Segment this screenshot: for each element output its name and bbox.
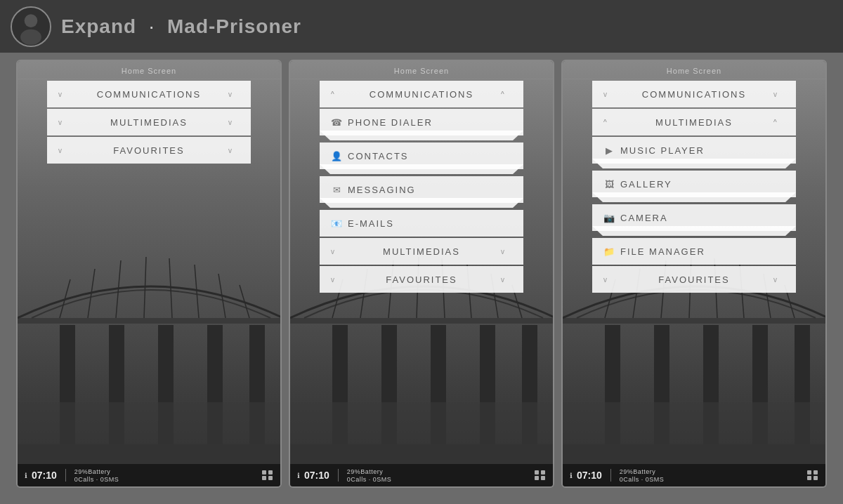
- chevron-right: v: [773, 91, 785, 98]
- phone-icon: ☎: [329, 117, 344, 128]
- chevron-left: v: [58, 147, 70, 154]
- home-label-1: Home Screen: [18, 67, 280, 79]
- chevron-left: v: [58, 91, 70, 98]
- status-extra: 0Calls · 0SMS: [620, 476, 665, 483]
- svg-marker-35: [320, 131, 523, 140]
- status-battery: 29%Battery: [347, 468, 392, 475]
- status-extra: 0Calls · 0SMS: [74, 476, 119, 483]
- menu-label: Camera: [616, 213, 785, 223]
- svg-rect-52: [563, 402, 827, 444]
- menu-label: Communications: [342, 89, 501, 100]
- avatar: [11, 6, 51, 47]
- menu-panel-1: v Communications v v MultiMedias v v Fav…: [47, 81, 251, 164]
- menu-item-favourites-1[interactable]: v Favourites v: [47, 137, 251, 164]
- menu-item-communications-3[interactable]: v Communications v: [592, 81, 796, 107]
- chevron-left: ^: [331, 91, 342, 98]
- svg-rect-20: [290, 318, 554, 324]
- menu-panel-3: v Communications v ^ MultiMedias ^ ▶ Mus…: [592, 81, 796, 293]
- chevron-right: v: [228, 91, 240, 98]
- menu-item-communications-1[interactable]: v Communications v: [47, 81, 251, 107]
- email-icon: 📧: [329, 218, 344, 229]
- svg-rect-38: [563, 318, 827, 324]
- menu-item-emails[interactable]: 📧 E-Mails: [320, 210, 523, 237]
- messaging-icon: ✉: [329, 185, 344, 195]
- phone-frame-2: Home Screen ^ Communications ^ ☎ Phone D…: [289, 60, 554, 488]
- status-time: 07:10: [577, 470, 602, 481]
- status-grid: [535, 470, 546, 480]
- app-name: Expand: [61, 15, 136, 37]
- status-battery: 29%Battery: [74, 468, 119, 475]
- menu-label: E-Mails: [344, 218, 512, 229]
- svg-marker-36: [320, 164, 523, 174]
- menu-label: Messaging: [344, 185, 512, 195]
- status-grid: [807, 470, 818, 480]
- folder-icon: 📁: [602, 246, 616, 257]
- status-extra: 0Calls · 0SMS: [347, 476, 392, 483]
- status-grid: [262, 470, 273, 480]
- home-label-2: Home Screen: [290, 67, 553, 79]
- svg-marker-37: [320, 198, 523, 208]
- chevron-left: v: [331, 276, 342, 284]
- menu-label: Phone Dialer: [344, 117, 512, 128]
- svg-rect-3: [12, 8, 50, 46]
- music-icon: ▶: [602, 145, 616, 156]
- menu-item-multimedias-1[interactable]: v MultiMedias v: [47, 109, 251, 135]
- status-bar-2: ℹ 07:10 29%Battery 0Calls · 0SMS: [290, 464, 553, 486]
- status-bar-3: ℹ 07:10 29%Battery 0Calls · 0SMS: [563, 464, 825, 486]
- menu-item-favourites-3[interactable]: v Favourites v: [592, 266, 796, 293]
- menu-item-communications-2[interactable]: ^ Communications ^: [320, 81, 523, 107]
- chevron-right: v: [501, 276, 512, 284]
- header: Expand · Mad-Prisoner: [0, 0, 843, 53]
- svg-marker-53: [592, 159, 796, 168]
- menu-item-favourites-2[interactable]: v Favourites v: [320, 266, 523, 293]
- app-subtitle: Mad-Prisoner: [167, 15, 301, 37]
- camera-icon: 📷: [602, 213, 616, 223]
- menu-label: Gallery: [616, 179, 785, 190]
- contacts-icon: 👤: [329, 151, 344, 161]
- chevron-left: v: [331, 248, 342, 256]
- menu-label: Communications: [615, 89, 773, 100]
- phone-frame-1: Home Screen v Communications v v MultiMe…: [16, 60, 282, 488]
- chevron-right: ^: [501, 91, 512, 98]
- chevron-right: v: [228, 147, 240, 154]
- chevron-left: ^: [603, 119, 615, 126]
- gallery-icon: 🖼: [602, 179, 616, 190]
- status-battery: 29%Battery: [620, 468, 665, 475]
- menu-panel-2: ^ Communications ^ ☎ Phone Dialer 👤: [320, 81, 523, 293]
- svg-marker-54: [592, 192, 796, 202]
- phone-frame-3: Home Screen v Communications v ^ MultiMe…: [561, 60, 827, 488]
- menu-label: Communications: [70, 89, 228, 100]
- menu-label: Favourites: [615, 274, 773, 285]
- svg-marker-55: [592, 226, 796, 236]
- menu-item-multimedias-2[interactable]: v MultiMedias v: [320, 238, 523, 265]
- menu-label: File Manager: [616, 246, 785, 257]
- status-bar-1: ℹ 07:10 29%Battery 0Calls · 0SMS: [18, 464, 280, 486]
- menu-label: MultiMedias: [615, 117, 773, 128]
- menu-label: Music Player: [616, 145, 785, 156]
- home-label-3: Home Screen: [563, 67, 825, 79]
- status-time: 07:10: [32, 470, 57, 481]
- chevron-left: v: [58, 119, 70, 126]
- status-time: 07:10: [304, 470, 329, 481]
- menu-item-multimedias-3[interactable]: ^ MultiMedias ^: [592, 109, 796, 135]
- svg-rect-5: [18, 318, 282, 324]
- svg-rect-19: [18, 402, 282, 444]
- chevron-right: v: [501, 248, 512, 256]
- menu-label: Favourites: [342, 274, 501, 285]
- main-content: Home Screen v Communications v v MultiMe…: [0, 53, 843, 504]
- header-title: Expand · Mad-Prisoner: [61, 15, 301, 38]
- chevron-right: ^: [773, 119, 785, 126]
- menu-label: Favourites: [70, 145, 228, 156]
- menu-item-file-manager[interactable]: 📁 File Manager: [592, 238, 796, 265]
- menu-label: MultiMedias: [342, 246, 501, 257]
- menu-label: Contacts: [344, 151, 512, 161]
- svg-rect-34: [290, 402, 554, 444]
- chevron-left: v: [603, 91, 615, 98]
- chevron-right: v: [228, 119, 240, 126]
- chevron-left: v: [603, 276, 615, 284]
- menu-label: MultiMedias: [70, 117, 228, 128]
- chevron-right: v: [773, 276, 785, 284]
